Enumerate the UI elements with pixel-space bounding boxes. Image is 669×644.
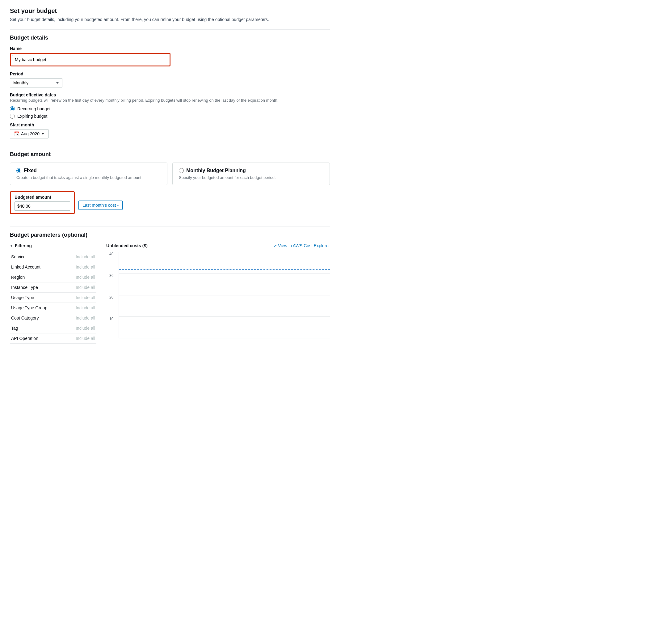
effective-dates-subtitle: Recurring budgets will renew on the firs… [10,98,330,102]
expiring-radio-input[interactable] [10,114,15,119]
fixed-desc: Create a budget that tracks against a si… [16,175,161,180]
filter-name-cell: API Operation [10,333,65,344]
filter-name-cell: Region [10,272,65,282]
filter-row[interactable]: API Operation Include all [10,333,96,344]
filter-row[interactable]: Usage Type Include all [10,293,96,303]
filtering-title-label: Filtering [15,243,32,248]
budgeted-amount-highlight: Budgeted amount [10,191,75,214]
budget-params-title: Budget parameters (optional) [10,232,330,238]
recurring-radio-input[interactable] [10,106,15,111]
filter-row[interactable]: Region Include all [10,272,96,282]
chart-grid-lines [119,252,330,338]
filter-name-cell: Cost Category [10,313,65,323]
filter-value-cell[interactable]: Include all [65,272,96,282]
filter-row[interactable]: Usage Type Group Include all [10,303,96,313]
monthly-planning-desc: Specify your budgeted amount for each bu… [179,175,323,180]
divider-2 [10,146,330,146]
y-label-30: 30 [109,274,113,278]
calendar-icon: 📅 [14,131,19,136]
filter-value-cell[interactable]: Include all [65,293,96,303]
recurring-budget-radio[interactable]: Recurring budget [10,106,330,111]
budget-amount-cards: Fixed Create a budget that tracks agains… [10,163,330,185]
last-months-cost-button[interactable]: Last month's cost - [79,200,123,210]
monthly-planning-label: Monthly Budget Planning [186,168,246,173]
view-explorer-link[interactable]: ↗ View in AWS Cost Explorer [274,243,330,248]
chart-header: Unblended costs ($) ↗ View in AWS Cost E… [106,243,330,248]
last-months-cost-label: Last month's cost - [83,203,118,208]
chart-title: Unblended costs ($) [106,243,148,248]
filter-name-cell: Tag [10,323,65,333]
collapse-triangle-icon: ▼ [10,244,13,248]
monthly-planning-radio-input[interactable] [179,168,184,173]
filter-value-cell[interactable]: Include all [65,303,96,313]
expiring-budget-radio[interactable]: Expiring budget [10,114,330,119]
budget-type-radio-group: Recurring budget Expiring budget [10,106,330,119]
y-label-10: 10 [109,317,113,321]
filter-name-cell: Usage Type Group [10,303,65,313]
start-month-button[interactable]: 📅 Aug 2020 ▼ [10,129,48,138]
filter-table: Service Include all Linked Account Inclu… [10,252,96,344]
filter-value-cell[interactable]: Include all [65,252,96,262]
filter-row[interactable]: Cost Category Include all [10,313,96,323]
start-month-value: Aug 2020 [21,131,40,136]
chart-panel: Unblended costs ($) ↗ View in AWS Cost E… [106,243,330,344]
filter-value-cell[interactable]: Include all [65,262,96,272]
page-title: Set your budget [10,8,330,15]
view-explorer-label: View in AWS Cost Explorer [278,243,330,248]
monthly-planning-title-row: Monthly Budget Planning [179,168,323,173]
grid-line-20 [119,295,330,295]
filter-value-cell[interactable]: Include all [65,333,96,344]
start-month-label: Start month [10,122,330,127]
divider-3 [10,226,330,227]
fixed-label: Fixed [24,168,37,173]
y-label-20: 20 [109,295,113,299]
filter-row[interactable]: Instance Type Include all [10,282,96,293]
start-month-group: Start month 📅 Aug 2020 ▼ [10,122,330,138]
recurring-budget-label: Recurring budget [17,106,50,111]
expiring-budget-label: Expiring budget [17,114,47,119]
fixed-card-title-row: Fixed [16,168,161,173]
filtering-panel: ▼ Filtering Service Include all Linked A… [10,243,96,344]
filter-row[interactable]: Service Include all [10,252,96,262]
period-select[interactable]: Monthly Quarterly Annually Custom [10,78,62,87]
budget-parameters-section: Budget parameters (optional) ▼ Filtering… [10,232,330,344]
filter-name-cell: Instance Type [10,282,65,293]
budgeted-amount-input[interactable] [15,201,70,211]
period-label: Period [10,71,330,76]
filter-name-cell: Service [10,252,65,262]
filter-value-cell[interactable]: Include all [65,282,96,293]
effective-dates-title: Budget effective dates [10,93,330,97]
budget-amount-title: Budget amount [10,151,330,158]
period-field-group: Period Monthly Quarterly Annually Custom [10,71,330,87]
chart-container [118,252,330,338]
name-field-group: Name My basic budget [10,46,330,67]
budget-details-title: Budget details [10,34,330,41]
filter-name-cell: Linked Account [10,262,65,272]
filter-row[interactable]: Tag Include all [10,323,96,333]
chart-y-labels: 40 30 20 10 [109,252,113,338]
budgeted-amount-row: Budgeted amount Last month's cost - [10,191,330,219]
name-label: Name [10,46,330,51]
fixed-budget-card[interactable]: Fixed Create a budget that tracks agains… [10,163,167,185]
budgeted-amount-label: Budgeted amount [15,195,70,200]
chart-wrapper: 40 30 20 10 [118,252,330,338]
budget-amount-section: Budget amount Fixed Create a budget that… [10,151,330,219]
fixed-radio-input[interactable] [16,168,21,173]
filter-value-cell[interactable]: Include all [65,313,96,323]
filter-value-cell[interactable]: Include all [65,323,96,333]
external-link-icon: ↗ [274,243,277,248]
params-layout: ▼ Filtering Service Include all Linked A… [10,243,330,344]
budget-name-input[interactable]: My basic budget [12,55,168,64]
budget-dashed-line [119,269,330,270]
filter-name-cell: Usage Type [10,293,65,303]
y-label-40: 40 [109,252,113,256]
effective-dates-group: Budget effective dates Recurring budgets… [10,93,330,138]
divider-1 [10,29,330,30]
budget-details-section: Budget details Name My basic budget Peri… [10,34,330,138]
monthly-planning-card[interactable]: Monthly Budget Planning Specify your bud… [172,163,330,185]
grid-line-30 [119,274,330,274]
name-input-highlight: My basic budget [10,53,171,67]
filter-row[interactable]: Linked Account Include all [10,262,96,272]
filtering-title-row: ▼ Filtering [10,243,96,248]
grid-line-10 [119,317,330,317]
